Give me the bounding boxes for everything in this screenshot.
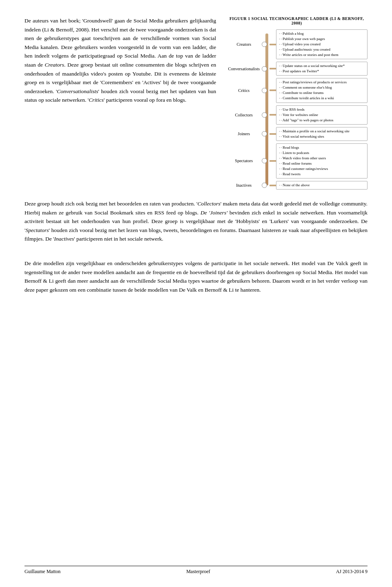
rung-dot-creators [262,42,267,47]
right-column: FIGUUR 1 SOCIAL TECHNOGRAPHIC LADDER (LI… [226,16,368,192]
rung-label-critics: Critics [226,88,262,93]
figure-title: FIGUUR 1 SOCIAL TECHNOGRAPHIC LADDER (LI… [226,16,368,25]
conclusion-paragraph: De drie modellen zijn vergelijkbaar en o… [24,259,368,294]
page: De auteurs van het boek; 'Groundswell' g… [0,0,392,587]
footer-center: Masterproef [186,569,210,575]
rung-box-creators: · Publish a blog · Publish your own web … [276,29,368,59]
rung-line-inactives [270,185,276,186]
rung-label-collectors: Collectors [226,113,262,117]
rung-label-spectators: Spectators [226,158,262,163]
rung-critics: Critics · Post ratings/reviews of produc… [226,78,368,103]
continuation-paragraph: Deze groep houdt zich ook bezig met het … [24,199,368,243]
top-section: De auteurs van het boek; 'Groundswell' g… [24,16,368,192]
rung-dot-joiners [262,131,267,136]
rung-line-spectators [270,160,276,162]
rung-label-conversationalists: Conversationalists [226,67,262,71]
rung-line-conversationalists [270,68,276,69]
rung-joiners: Joiners · Maintain a profile on a social… [226,127,368,141]
rung-collectors: Collectors · Use RSS feeds · Vote for we… [226,105,368,125]
rung-dot-critics [262,88,267,93]
footer-author: Guillaume Matton [24,569,60,575]
rung-dot-inactives [262,183,267,188]
rung-dot-collectors [262,112,267,118]
rung-dot-spectators [262,158,267,163]
rung-box-collectors: · Use RSS feeds · Vote for websites onli… [276,105,368,125]
rung-box-spectators: · Read blogs · Listen to podcasts · Watc… [276,143,368,179]
page-footer: Guillaume Matton Masterproef AJ 2013-201… [24,566,368,575]
rung-line-joiners [270,133,276,135]
rung-creators: Creators · Publish a blog · Publish your… [226,29,368,59]
rung-label-joiners: Joiners [226,132,262,136]
rung-label-creators: Creators [226,42,262,47]
rung-line-collectors [270,114,276,116]
paragraph-spacer [24,252,368,259]
rung-dot-conversationalists [262,66,267,71]
rung-box-joiners: · Maintain a profile on a social network… [276,127,368,141]
ladder-diagram: Creators · Publish a blog · Publish your… [226,29,368,190]
rung-box-critics: · Post ratings/reviews of products or se… [276,78,368,103]
rung-line-critics [270,89,276,91]
rung-spectators: Spectators · Read blogs · Listen to podc… [226,143,368,179]
rung-box-inactives: · None of the above [276,181,368,190]
rung-line-creators [270,44,276,45]
footer-page: AJ 2013-2014 9 [336,569,368,575]
rung-inactives: Inactives · None of the above [226,181,368,190]
left-paragraph: De auteurs van het boek; 'Groundswell' g… [24,16,216,105]
rung-conversationalists: Conversationalists · Update status on a … [226,62,368,76]
left-column: De auteurs van het boek; 'Groundswell' g… [24,16,216,192]
rung-label-inactives: Inactives [226,183,262,187]
rung-box-conversationalists: · Update status on a social networking s… [276,62,368,76]
